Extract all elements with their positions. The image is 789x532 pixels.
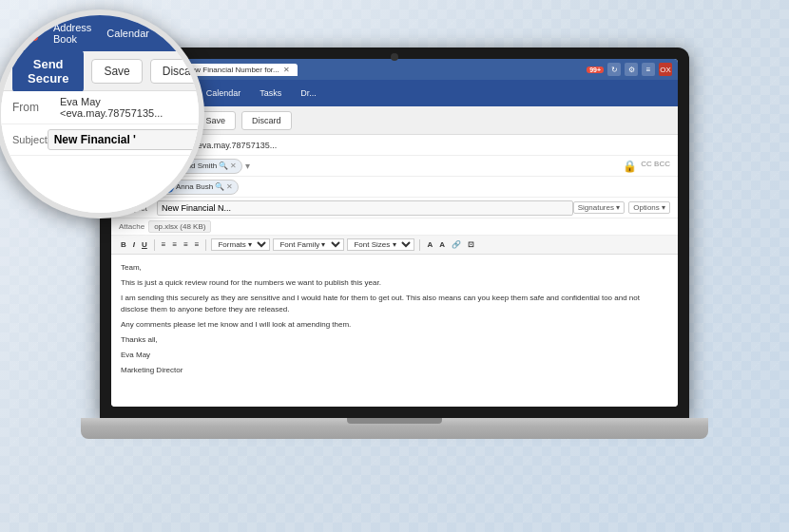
anna-search-icon: 🔍 [215, 182, 224, 191]
close-window-icon[interactable]: OX [659, 63, 672, 76]
editor-toolbar: B I U ≡ ≡ ≡ ≡ Formats ▾ Font Family [111, 236, 678, 255]
email-paragraph3: Any comments please let me know and I wi… [121, 319, 668, 331]
email-closing: Thanks all, [121, 334, 668, 346]
email-greeting: Team, [121, 262, 668, 274]
attachment-file[interactable]: op.xlsx (48 KB) [148, 220, 211, 233]
mag-from-row: From Eva May <eva.may.78757135... [1, 91, 199, 124]
toolbar-divider-2 [205, 239, 206, 251]
recipient-search-icon: 🔍 [219, 162, 228, 170]
list-button-1[interactable]: ≡ [160, 240, 168, 249]
mag-send-secure-button[interactable]: Send Secure [12, 50, 84, 92]
tab-close-icon[interactable]: ✕ [283, 66, 290, 74]
font-color-button[interactable]: A [425, 240, 434, 249]
mag-subject-input[interactable] [48, 129, 199, 150]
signatures-button[interactable]: Signatures ▾ [573, 201, 625, 214]
attachment-row: Attache op.xlsx (48 KB) [111, 218, 678, 236]
mag-address-book[interactable]: Address Book [53, 22, 91, 45]
to-field[interactable]: DS David Smith 🔍 ✕ ▾ [157, 159, 623, 174]
recipient-remove-icon[interactable]: ✕ [230, 162, 237, 170]
nav-more[interactable]: Dr... [297, 86, 320, 100]
font-size-dropdown[interactable]: Font Sizes ▾ [347, 238, 414, 251]
toolbar-divider-1 [154, 239, 155, 251]
lock-icon: 🔒 [623, 160, 637, 173]
email-paragraph1: This is just a quick review round for th… [121, 277, 668, 289]
font-family-dropdown[interactable]: Font Family ▾ [273, 238, 344, 251]
compose-form: From Eva May <eva.may.78757135... To DS … [111, 135, 678, 407]
nav-tasks[interactable]: Tasks [256, 86, 285, 100]
bcc-row: BCC AB Anna Bush 🔍 ✕ [111, 177, 678, 198]
mag-subject-label: Subject [12, 134, 48, 145]
list-button-2[interactable]: ≡ [170, 240, 179, 249]
cc-bcc-label[interactable]: CC BCC [641, 160, 670, 173]
nav-calendar[interactable]: Calendar [202, 86, 245, 100]
mag-compose-toolbar: Send Secure Save Disca... [1, 51, 199, 91]
image-button[interactable]: ⊡ [466, 240, 476, 249]
menu-icon[interactable]: ≡ [642, 63, 655, 76]
mag-subject-row: Subject [1, 124, 199, 156]
anna-remove-icon[interactable]: ✕ [226, 182, 233, 191]
mag-nav-bar: 99+ Address Book Calendar Tasks D... [1, 15, 199, 51]
mag-tasks[interactable]: Tasks [164, 28, 191, 39]
subject-actions: Signatures ▾ Options ▾ [573, 201, 670, 214]
to-row: To DS David Smith 🔍 ✕ ▾ 🔒 [111, 156, 678, 177]
options-button[interactable]: Options ▾ [628, 201, 670, 214]
anna-bush-name: Anna Bush [176, 182, 213, 191]
tab-label-active: New Financial Number for... [185, 66, 279, 74]
mag-badge: 99+ [12, 27, 38, 41]
email-body[interactable]: Team, This is just a quick review round … [111, 255, 678, 407]
list-button-3[interactable]: ≡ [182, 240, 190, 249]
mag-calendar[interactable]: Calendar [106, 28, 149, 39]
mag-from-value: Eva May <eva.may.78757135... [60, 96, 187, 119]
formats-dropdown[interactable]: Formats ▾ [211, 238, 270, 251]
refresh-icon[interactable]: ↻ [607, 63, 621, 76]
link-button[interactable]: 🔗 [450, 240, 463, 249]
highlight-button[interactable]: A [437, 240, 447, 249]
laptop-base [81, 418, 708, 439]
bold-button[interactable]: B [119, 240, 128, 249]
underline-button[interactable]: U [140, 240, 149, 249]
discard-button[interactable]: Discard [241, 111, 292, 130]
bcc-field[interactable]: AB Anna Bush 🔍 ✕ [157, 180, 670, 195]
email-name: Eva May [121, 350, 668, 361]
list-button-4[interactable]: ≡ [193, 240, 202, 249]
email-paragraph2: I am sending this securely as they are s… [121, 293, 668, 315]
mag-from-label: From [12, 101, 60, 114]
subject-row: Subject Signatures ▾ Options ▾ [111, 198, 678, 218]
italic-button[interactable]: I [131, 240, 137, 249]
mag-save-button[interactable]: Save [91, 59, 142, 84]
settings-icon[interactable]: ⚙ [625, 63, 638, 76]
attachment-label: Attache [119, 222, 144, 231]
magnifier-overlay: 99+ Address Book Calendar Tasks D... Sen… [0, 10, 204, 218]
from-value: Eva May <eva.may.78757135... [157, 141, 670, 150]
notification-badge: 99+ [587, 66, 604, 73]
cc-bcc-links: 🔒 CC BCC [623, 160, 670, 173]
email-title: Marketing Director [121, 365, 668, 376]
browser-icons: 99+ ↻ ⚙ ≡ OX [587, 63, 672, 76]
subject-input[interactable] [157, 200, 573, 216]
add-recipient-icon[interactable]: ▾ [245, 161, 250, 171]
toolbar-divider-3 [419, 239, 420, 251]
